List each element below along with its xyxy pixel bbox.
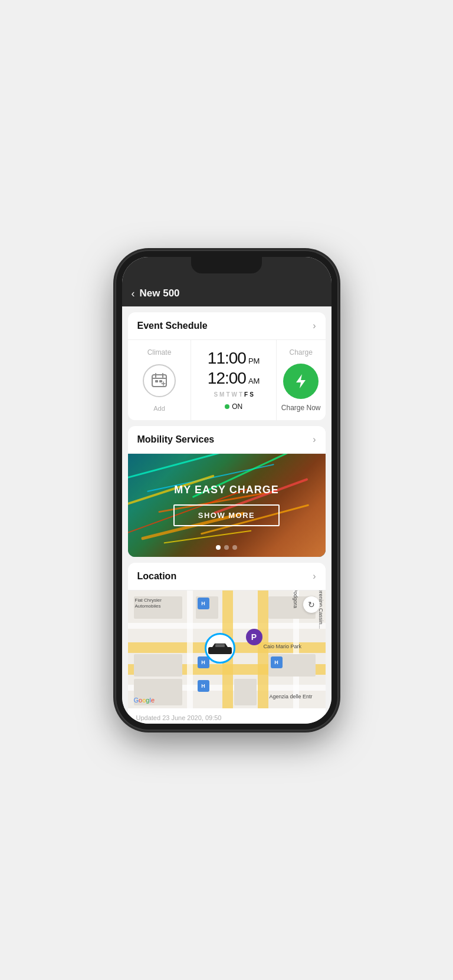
- blue-pin-1: H: [198, 598, 209, 609]
- back-button[interactable]: ‹ New 500: [132, 288, 180, 299]
- charge-now-label: Charge Now: [281, 404, 321, 412]
- time-column: 11:00 PM 12:00 AM S M T W: [191, 340, 276, 420]
- car-pin: [205, 633, 235, 664]
- car-icon: [208, 640, 232, 656]
- mobility-content: MY EASY CHARGE SHOW MORE: [128, 454, 326, 557]
- event-schedule-header[interactable]: Event Schedule ›: [128, 312, 326, 340]
- map-block-7: [234, 679, 257, 705]
- time-start-ampm: PM: [248, 357, 260, 365]
- location-card: Location ›: [128, 563, 326, 724]
- schedule-row: Climate: [128, 340, 326, 420]
- time-start: 11:00: [208, 349, 246, 368]
- time-end: 12:00: [208, 369, 246, 388]
- map-refresh-button[interactable]: ↻: [303, 596, 320, 613]
- blue-pin-4: H: [271, 656, 283, 668]
- day-s1: S: [214, 391, 218, 398]
- day-f: F: [244, 391, 248, 398]
- agenzia-label: Agenzia delle Entr: [270, 694, 313, 699]
- mobility-services-title: Mobility Services: [137, 434, 215, 445]
- parking-pin: P: [246, 629, 262, 645]
- svg-rect-5: [159, 380, 162, 382]
- day-w: W: [232, 391, 237, 398]
- map-block-4: [134, 654, 182, 677]
- back-chevron-icon: ‹: [132, 288, 135, 299]
- days-row: S M T W T F S: [214, 391, 253, 398]
- via-podgora-label: Via Podgora: [293, 590, 299, 608]
- car-circle: [205, 633, 235, 664]
- phone-body: ‹ New 500 Event Schedule › Climate: [116, 251, 337, 730]
- location-address: Near Corso Giovanni Agnelli, 200, 10135 …: [136, 722, 317, 724]
- mobility-services-chevron-icon: ›: [313, 434, 316, 445]
- charge-now-button[interactable]: [283, 364, 319, 399]
- add-label: Add: [153, 405, 165, 412]
- time-end-ampm: AM: [248, 377, 260, 385]
- svg-rect-4: [155, 380, 158, 382]
- location-header[interactable]: Location ›: [128, 563, 326, 590]
- notch: [191, 257, 262, 273]
- day-t1: T: [226, 391, 229, 398]
- road-thin-v1: [187, 590, 193, 708]
- nav-title: New 500: [140, 288, 180, 299]
- map-area[interactable]: Fiat ChryslerAutomobiles Caio Mario Park…: [128, 590, 326, 708]
- charge-column: Charge Charge Now: [277, 340, 326, 420]
- event-schedule-card: Event Schedule › Climate: [128, 312, 326, 420]
- on-row: ON: [225, 402, 242, 411]
- day-t2: T: [239, 391, 242, 398]
- day-s2: S: [250, 391, 254, 398]
- charge-label: Charge: [289, 348, 312, 357]
- fiat-chrysler-label: Fiat ChryslerAutomobiles: [135, 598, 162, 610]
- calendar-icon: [151, 372, 168, 389]
- mobility-banner-title: MY EASY CHARGE: [174, 484, 278, 496]
- location-updated-text: Updated 23 June 2020, 09:50: [136, 714, 317, 721]
- time-end-display: 12:00 AM: [208, 369, 260, 388]
- event-schedule-title: Event Schedule: [137, 321, 208, 331]
- on-dot: [225, 404, 229, 409]
- climate-column: Climate: [128, 340, 192, 420]
- lightning-icon: [291, 372, 310, 391]
- road-v2: [258, 590, 268, 708]
- day-m: M: [219, 391, 224, 398]
- blue-pin-3: H: [198, 680, 209, 692]
- via-label: Via Serenino Cassin...: [318, 590, 324, 629]
- status-bar: [122, 257, 331, 283]
- mobility-services-header[interactable]: Mobility Services ›: [128, 426, 326, 454]
- location-footer: Updated 23 June 2020, 09:50 Near Corso G…: [128, 708, 326, 724]
- google-logo: Google: [134, 697, 155, 704]
- scroll-content[interactable]: Event Schedule › Climate: [122, 306, 331, 724]
- mobility-services-card: Mobility Services ›: [128, 426, 326, 557]
- climate-label: Climate: [147, 348, 172, 357]
- calendar-icon-wrap[interactable]: [143, 364, 176, 397]
- phone-screen: ‹ New 500 Event Schedule › Climate: [122, 257, 331, 724]
- location-chevron-icon: ›: [313, 571, 316, 582]
- svg-rect-11: [215, 644, 225, 647]
- nav-bar: ‹ New 500: [122, 283, 331, 306]
- event-schedule-chevron-icon: ›: [313, 321, 316, 331]
- on-text: ON: [232, 402, 242, 411]
- show-more-button[interactable]: SHOW MORE: [173, 504, 280, 526]
- time-start-display: 11:00 PM: [208, 349, 260, 368]
- mobility-banner: MY EASY CHARGE SHOW MORE: [128, 454, 326, 557]
- caio-mario-label: Caio Mario Park: [264, 644, 302, 649]
- location-title: Location: [137, 571, 177, 582]
- svg-rect-8: [208, 647, 232, 654]
